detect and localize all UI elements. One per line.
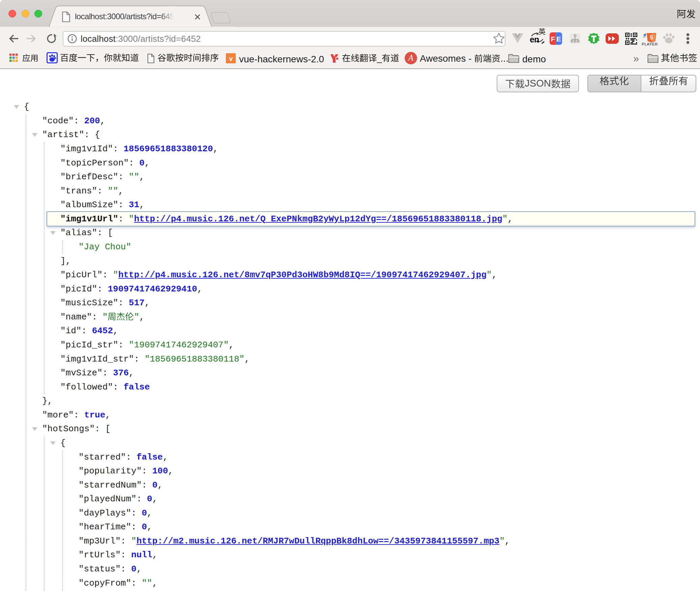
svg-text:A: A xyxy=(408,53,414,62)
svg-text:5: 5 xyxy=(650,34,653,41)
svg-text:F: F xyxy=(551,35,555,43)
svg-text:E: E xyxy=(556,35,561,43)
svg-text:PLAYER: PLAYER xyxy=(642,42,658,46)
svg-text:v: v xyxy=(229,55,233,62)
